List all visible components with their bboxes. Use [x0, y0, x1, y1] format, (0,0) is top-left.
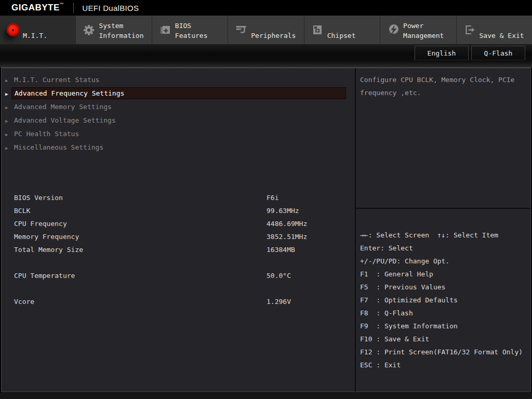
info-spacer	[2, 256, 355, 269]
power-lightning-icon	[387, 23, 400, 37]
info-value: 3852.51MHz	[267, 232, 307, 240]
chipset-icon	[311, 23, 324, 37]
help-divider	[356, 208, 530, 209]
submenu-arrow-icon: ▶	[5, 105, 8, 110]
submenu-arrow-icon: ▶	[5, 91, 8, 97]
info-label: CPU Temperature	[14, 271, 75, 279]
info-value: 50.0°C	[267, 271, 291, 279]
qflash-button[interactable]: Q-Flash	[471, 46, 525, 60]
info-label: CPU Frequency	[14, 219, 67, 227]
tab-system-information[interactable]: System Information	[76, 16, 152, 44]
submenu-arrow-icon: ▶	[5, 145, 8, 151]
quick-buttons: English Q-Flash	[415, 46, 525, 60]
help-panel: Configure CPU BCLK, Memory Clock, PCIe f…	[356, 68, 530, 392]
menu-item-advanced-voltage-settings[interactable]: ▶ Advanced Voltage Settings	[2, 114, 355, 127]
tab-label: Save & Exit	[480, 31, 524, 41]
info-row-total-memory-size: Total Memory Size 16384MB	[2, 243, 355, 256]
peripherals-device-icon	[234, 23, 248, 37]
language-button[interactable]: English	[415, 46, 469, 60]
submenu-arrow-icon: ▶	[5, 132, 8, 137]
info-row-bclk: BCLK 99.63MHz	[2, 204, 355, 217]
hotkey-line: F8 : Q-Flash	[360, 307, 530, 320]
exit-door-arrow-icon	[463, 23, 476, 37]
tab-peripherals[interactable]: Peripherals	[228, 16, 304, 44]
info-label: Vcore	[14, 297, 34, 305]
gear-icon	[82, 23, 96, 37]
tab-save-exit[interactable]: Save & Exit	[457, 16, 532, 44]
menu-item-pc-health-status[interactable]: ▶ PC Health Status	[2, 128, 355, 141]
mit-menu-list: ▶ M.I.T. Current Status ▶ Advanced Frequ…	[2, 73, 355, 154]
tab-chipset[interactable]: Chipset	[304, 16, 380, 44]
gigabyte-logo: GIGABYTE™	[11, 3, 64, 13]
hotkey-line: F7 : Optimized Defaults	[360, 294, 530, 307]
menu-item-mit-current-status[interactable]: ▶ M.I.T. Current Status	[2, 74, 355, 87]
hotkey-line: F5 : Previous Values	[360, 281, 530, 294]
hotkey-line: ESC : Exit	[360, 358, 530, 371]
hotkey-line: →←: Select Screen ↑↓: Select Item	[360, 229, 530, 242]
menu-item-label: M.I.T. Current Status	[11, 74, 346, 86]
hotkey-line: F9 : System Information	[360, 320, 530, 332]
trademark-symbol: ™	[60, 2, 64, 7]
info-spacer	[2, 282, 355, 295]
tab-label: System Information	[99, 21, 143, 41]
info-label: BIOS Version	[14, 193, 63, 201]
settings-panel: ▶ M.I.T. Current Status ▶ Advanced Frequ…	[2, 68, 355, 392]
tab-bios-features[interactable]: BIOS Features	[152, 16, 228, 44]
info-row-memory-frequency: Memory Frequency 3852.51MHz	[2, 230, 355, 243]
info-value: 1.296V	[267, 297, 291, 305]
info-value: 4486.69MHz	[267, 219, 307, 227]
info-label: Total Memory Size	[14, 245, 83, 253]
tab-label: M.I.T.	[23, 31, 47, 41]
menu-item-miscellaneous-settings[interactable]: ▶ Miscellaneous Settings	[2, 141, 355, 154]
logo-divider	[73, 3, 74, 13]
menu-item-label: Advanced Memory Settings	[11, 101, 346, 113]
submenu-arrow-icon: ▶	[5, 78, 8, 83]
firmware-title: UEFI DualBIOS	[82, 4, 139, 12]
hotkey-line: F10 : Save & Exit	[360, 332, 530, 345]
mit-target-icon	[6, 23, 20, 37]
tab-label: BIOS Features	[175, 21, 208, 41]
menu-item-label: Advanced Voltage Settings	[11, 114, 346, 126]
info-label: BCLK	[14, 206, 30, 214]
hotkey-line: Enter: Select	[360, 242, 530, 255]
item-description: Configure CPU BCLK, Memory Clock, PCIe f…	[356, 68, 530, 99]
tab-power-management[interactable]: Power Management	[380, 16, 456, 44]
main-tab-bar: M.I.T. System Information	[0, 16, 532, 44]
info-label: Memory Frequency	[14, 232, 79, 240]
info-row-bios-version: BIOS Version F6i	[2, 191, 355, 204]
info-row-cpu-frequency: CPU Frequency 4486.69MHz	[2, 217, 355, 230]
tab-label: Power Management	[403, 21, 444, 41]
info-value: F6i	[267, 193, 278, 201]
title-bar: GIGABYTE™ UEFI DualBIOS	[0, 0, 532, 16]
hotkey-legend: →←: Select Screen ↑↓: Select Item Enter:…	[356, 229, 530, 371]
menu-item-label: Miscellaneous Settings	[11, 141, 346, 153]
bottom-strip	[0, 393, 532, 399]
menu-item-advanced-memory-settings[interactable]: ▶ Advanced Memory Settings	[2, 101, 355, 114]
system-status-list: BIOS Version F6i BCLK 99.63MHz CPU Frequ…	[2, 191, 355, 308]
menu-item-advanced-frequency-settings[interactable]: ▶ Advanced Frequency Settings	[2, 87, 355, 100]
menu-item-label: PC Health Status	[11, 128, 346, 140]
hotkey-line: F12 : Print Screen(FAT16/32 Format Only)	[360, 345, 530, 358]
hotkey-line: F1 : General Help	[360, 268, 530, 281]
info-row-vcore: Vcore 1.296V	[2, 295, 355, 308]
info-value: 16384MB	[267, 245, 295, 253]
bios-chip-icon	[158, 23, 172, 37]
main-content-frame: ▶ M.I.T. Current Status ▶ Advanced Frequ…	[1, 68, 531, 392]
submenu-arrow-icon: ▶	[5, 118, 8, 124]
hotkey-line: +/-/PU/PD: Change Opt.	[360, 255, 530, 268]
menu-item-label: Advanced Frequency Settings	[11, 87, 346, 99]
tab-mit[interactable]: M.I.T.	[0, 16, 76, 44]
info-value: 99.63MHz	[267, 206, 299, 214]
info-row-cpu-temperature: CPU Temperature 50.0°C	[2, 269, 355, 282]
tab-label: Peripherals	[251, 31, 296, 41]
tab-label: Chipset	[327, 31, 356, 41]
